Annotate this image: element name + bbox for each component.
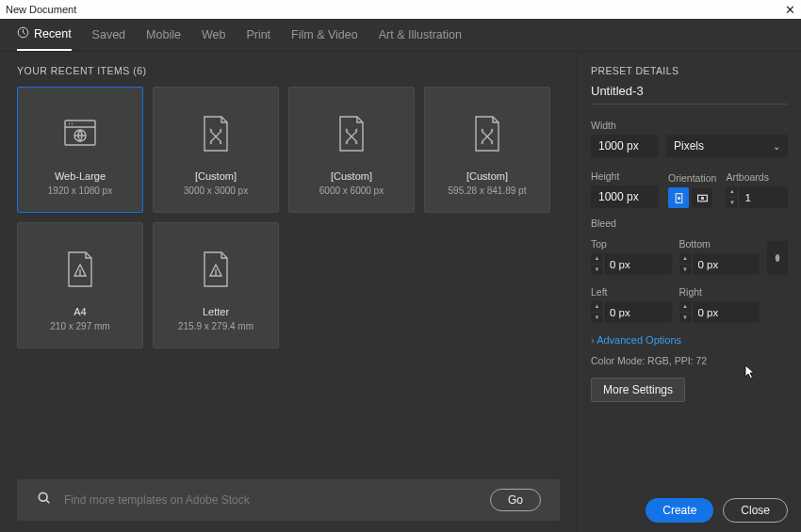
- search-icon: [38, 492, 51, 508]
- preset-card[interactable]: Letter 215.9 x 279.4 mm: [153, 222, 279, 348]
- bleed-left[interactable]: ▲▼: [591, 301, 672, 323]
- artboards-label: Artboards: [726, 171, 788, 183]
- category-tabs: Recent Saved Mobile Web Print Film & Vid…: [0, 19, 801, 52]
- tab-label: Film & Video: [291, 28, 358, 41]
- footer-buttons: Create Close: [591, 498, 788, 523]
- width-input[interactable]: [591, 135, 659, 157]
- preset-card[interactable]: [Custom] 6000 x 6000 px: [288, 87, 415, 213]
- units-dropdown[interactable]: Pixels ⌄: [666, 135, 788, 157]
- tab-label: Web: [202, 28, 225, 41]
- preset-details-panel: PRESET DETAILS Untitled-3 Width Pixels ⌄…: [577, 52, 801, 532]
- tab-label: Print: [246, 28, 270, 41]
- titlebar: New Document ✕: [0, 0, 801, 19]
- stock-search: Go: [17, 479, 560, 521]
- document-name[interactable]: Untitled-3: [591, 84, 788, 105]
- left-label: Left: [591, 286, 672, 298]
- step-up[interactable]: ▲: [726, 186, 738, 198]
- custom-icon: [335, 110, 368, 157]
- bleed-label: Bleed: [591, 218, 788, 229]
- card-dimensions: 215.9 x 279.4 mm: [178, 321, 253, 331]
- preset-card[interactable]: A4 210 x 297 mm: [17, 222, 143, 348]
- bleed-bottom[interactable]: ▲▼: [679, 253, 760, 275]
- bottom-label: Bottom: [679, 238, 760, 250]
- print-icon: [200, 246, 232, 293]
- orientation-portrait[interactable]: [668, 187, 689, 208]
- chevron-down-icon: ⌄: [773, 141, 780, 152]
- tab-label: Art & Illustration: [379, 28, 462, 41]
- card-dimensions: 6000 x 6000 px: [319, 185, 384, 196]
- svg-point-7: [701, 197, 703, 199]
- preset-cards: Web-Large 1920 x 1080 px [Custom] 3000 x…: [17, 87, 560, 348]
- close-icon[interactable]: ✕: [785, 3, 795, 17]
- search-input[interactable]: [64, 493, 477, 507]
- custom-icon: [200, 110, 232, 157]
- bleed-top[interactable]: ▲▼: [591, 253, 672, 275]
- advanced-options-toggle[interactable]: Advanced Options: [591, 334, 788, 346]
- tab-film[interactable]: Film & Video: [291, 19, 358, 51]
- window-title: New Document: [6, 4, 76, 15]
- tab-web[interactable]: Web: [202, 19, 225, 51]
- preset-card[interactable]: [Custom] 3000 x 3000 px: [153, 87, 279, 213]
- height-label: Height: [591, 170, 659, 182]
- card-dimensions: 3000 x 3000 px: [184, 185, 248, 196]
- card-title: Web-Large: [55, 170, 106, 182]
- tab-saved[interactable]: Saved: [92, 19, 125, 51]
- bleed-right[interactable]: ▲▼: [679, 301, 760, 323]
- preset-card[interactable]: Web-Large 1920 x 1080 px: [17, 87, 143, 213]
- svg-point-3: [39, 492, 47, 501]
- tab-print[interactable]: Print: [246, 19, 270, 51]
- card-dimensions: 595.28 x 841.89 pt: [449, 185, 527, 196]
- tab-label: Saved: [92, 28, 125, 41]
- print-icon: [64, 246, 96, 293]
- custom-icon: [471, 110, 503, 157]
- right-label: Right: [679, 286, 760, 298]
- tab-art[interactable]: Art & Illustration: [379, 19, 462, 51]
- color-mode-text: Color Mode: RGB, PPI: 72: [591, 355, 788, 366]
- artboards-stepper[interactable]: ▲▼: [726, 186, 788, 208]
- orientation-label: Orientation: [668, 172, 716, 184]
- more-settings-button[interactable]: More Settings: [591, 378, 685, 402]
- clock-icon: [17, 26, 29, 41]
- height-input[interactable]: [591, 185, 659, 208]
- step-down[interactable]: ▼: [726, 198, 738, 208]
- presets-area: YOUR RECENT ITEMS (6) Web-Large 1920 x 1…: [0, 52, 577, 532]
- card-dimensions: 1920 x 1080 px: [48, 185, 112, 196]
- link-bleed-icon[interactable]: [767, 241, 788, 275]
- tab-recent[interactable]: Recent: [17, 19, 72, 51]
- close-button[interactable]: Close: [723, 498, 788, 523]
- tab-label: Recent: [34, 27, 72, 40]
- card-title: Letter: [203, 306, 229, 317]
- card-title: [Custom]: [331, 170, 372, 182]
- preset-details-header: PRESET DETAILS: [591, 65, 788, 76]
- card-title: A4: [74, 306, 86, 317]
- svg-point-5: [678, 197, 679, 199]
- tab-mobile[interactable]: Mobile: [146, 19, 181, 51]
- artboards-input[interactable]: [739, 192, 788, 203]
- card-title: [Custom]: [466, 170, 508, 182]
- recent-items-label: YOUR RECENT ITEMS (6): [17, 65, 560, 76]
- orientation-landscape[interactable]: [692, 187, 712, 208]
- cursor-icon: [744, 364, 758, 382]
- units-value: Pixels: [674, 139, 704, 153]
- preset-card[interactable]: [Custom] 595.28 x 841.89 pt: [424, 87, 550, 213]
- create-button[interactable]: Create: [646, 498, 713, 523]
- go-button[interactable]: Go: [490, 489, 541, 511]
- card-dimensions: 210 x 297 mm: [50, 321, 109, 331]
- card-title: [Custom]: [195, 170, 237, 182]
- top-label: Top: [591, 238, 672, 250]
- width-label: Width: [591, 120, 788, 131]
- web-icon: [61, 110, 99, 157]
- tab-label: Mobile: [146, 28, 181, 41]
